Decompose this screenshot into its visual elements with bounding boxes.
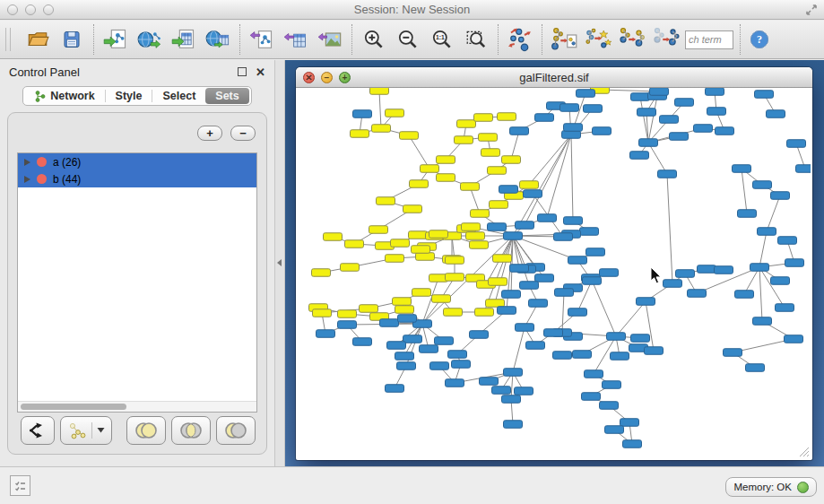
graph-node[interactable] [324,233,343,241]
import-network-url-button[interactable] [134,24,165,55]
graph-node[interactable] [639,139,658,147]
graph-node[interactable] [489,278,507,286]
graph-node[interactable] [386,385,404,393]
scrollbar-thumb[interactable] [21,404,126,410]
graph-node[interactable] [353,110,372,118]
graph-node[interactable] [724,349,742,357]
graph-node[interactable] [735,291,754,299]
graph-node[interactable] [600,269,619,277]
network-window-titlebar[interactable]: ✕ − + galFiltered.sif [296,67,812,88]
graph-edge[interactable] [759,231,767,267]
graph-node[interactable] [515,387,533,395]
graph-node[interactable] [435,337,454,345]
graph-node[interactable] [317,330,335,338]
graph-node[interactable] [370,88,389,94]
zoom-actual-size-button[interactable]: 1:1 [427,24,457,55]
graph-node[interactable] [738,210,757,218]
collapse-panel-icon[interactable] [277,259,282,266]
graph-node[interactable] [733,165,751,173]
graph-node[interactable] [480,378,499,386]
graph-node[interactable] [400,132,419,140]
graph-node[interactable] [631,93,650,101]
task-history-button[interactable] [10,475,30,496]
graph-node[interactable] [706,88,724,95]
graph-edge[interactable] [562,292,564,333]
intersection-button[interactable] [171,416,211,445]
tab-network[interactable]: Network [25,88,104,104]
expand-triangle-icon[interactable] [24,176,30,183]
graph-node[interactable] [650,88,669,95]
graph-node[interactable] [607,333,626,341]
tab-style[interactable]: Style [106,88,152,104]
graph-node[interactable] [637,298,655,306]
graph-node[interactable] [593,127,611,135]
graph-node[interactable] [520,282,539,290]
graph-node[interactable] [490,201,508,209]
graph-node[interactable] [397,362,416,370]
graph-node[interactable] [771,192,790,200]
zoom-fit-content-button[interactable] [461,24,491,55]
close-view-icon[interactable]: ✕ [303,72,315,83]
graph-node[interactable] [504,232,523,240]
graph-edge[interactable] [648,96,657,143]
graph-node[interactable] [573,351,592,359]
graph-node[interactable] [753,181,772,189]
graph-node[interactable] [462,223,481,231]
graph-edge[interactable] [759,267,762,321]
graph-node[interactable] [586,248,605,256]
network-merge-a-button[interactable] [583,24,613,55]
network-view-window[interactable]: ✕ − + galFiltered.sif [296,67,812,460]
graph-edge[interactable] [511,131,519,160]
graph-node[interactable] [486,300,505,308]
graph-node[interactable] [584,105,603,113]
graph-node[interactable] [796,165,811,173]
sets-list[interactable]: a (26) b (44) [17,152,257,413]
open-session-button[interactable] [22,24,53,55]
graph-node[interactable] [520,181,539,189]
graph-node[interactable] [529,300,548,308]
graph-node[interactable] [544,329,563,337]
graph-node[interactable] [353,338,372,346]
save-session-button[interactable] [56,24,87,55]
graph-node[interactable] [670,133,689,141]
export-table-button[interactable] [281,24,311,55]
graph-edge[interactable] [513,236,529,285]
graph-node[interactable] [538,214,557,222]
graph-node[interactable] [564,217,583,225]
graph-node[interactable] [499,186,518,194]
graph-node[interactable] [585,370,603,378]
graph-node[interactable] [372,125,391,133]
graph-edge[interactable] [525,135,571,225]
export-network-button[interactable] [247,24,277,55]
graph-node[interactable] [345,240,364,248]
graph-node[interactable] [785,259,804,267]
graph-node[interactable] [535,114,554,122]
graph-node[interactable] [605,426,624,434]
graph-node[interactable] [448,351,467,359]
remove-set-button[interactable]: − [230,126,256,141]
add-set-button[interactable]: + [197,126,222,141]
graph-node[interactable] [510,265,529,273]
graph-node[interactable] [510,127,529,135]
graph-node[interactable] [660,116,679,124]
graph-node[interactable] [338,310,357,318]
graph-node[interactable] [583,277,602,285]
graph-node[interactable] [429,230,448,239]
graph-node[interactable] [787,140,806,148]
create-set-combo-button[interactable] [60,416,112,445]
graph-node[interactable] [471,210,490,218]
graph-node[interactable] [455,136,473,144]
toolbar-drag-handle[interactable] [5,28,11,51]
graph-node[interactable] [553,352,572,360]
graph-node[interactable] [360,305,378,313]
graph-edge[interactable] [513,327,525,372]
graph-node[interactable] [603,381,621,389]
graph-node[interactable] [492,387,511,395]
network-merge-b-button[interactable] [617,24,647,55]
graph-node[interactable] [750,264,769,272]
graph-node[interactable] [716,127,734,135]
close-panel-icon[interactable]: ✕ [256,66,265,78]
graph-node[interactable] [504,421,523,429]
graph-node[interactable] [562,131,581,139]
graph-node[interactable] [564,124,583,132]
